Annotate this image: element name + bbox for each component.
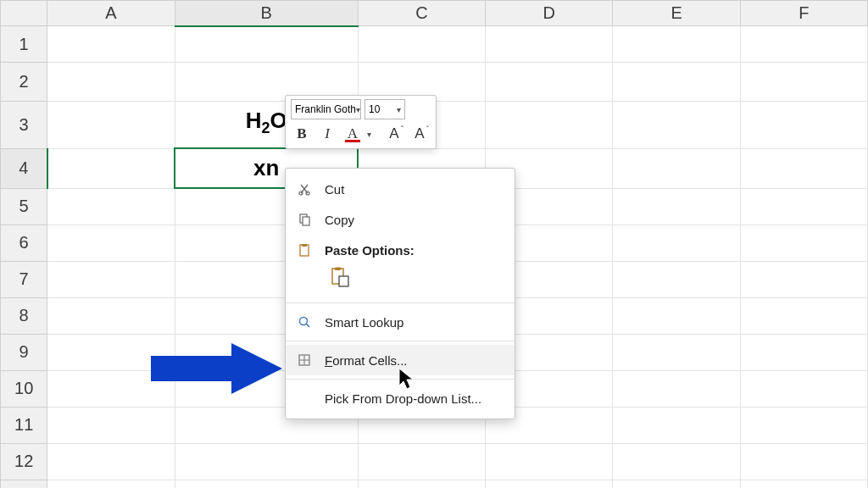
cell-E10[interactable] xyxy=(613,370,740,407)
copy-icon xyxy=(296,211,313,228)
menu-smart-lookup[interactable]: Smart Lookup xyxy=(286,307,515,337)
col-header-D[interactable]: D xyxy=(486,1,613,26)
cell-B12[interactable] xyxy=(175,443,358,480)
cell-D2[interactable] xyxy=(486,63,613,102)
cell-A4[interactable] xyxy=(47,148,175,188)
cell-A5[interactable] xyxy=(47,188,175,225)
context-menu: Cut Copy Paste Options: Smart Lookup xyxy=(285,168,515,419)
cell-C13[interactable] xyxy=(358,480,485,488)
menu-pick-from-list[interactable]: Pick From Drop-down List... xyxy=(286,383,515,413)
cell-E1[interactable] xyxy=(613,26,740,63)
svg-rect-5 xyxy=(302,244,307,247)
font-color-button[interactable]: A xyxy=(342,123,364,145)
cell-A11[interactable] xyxy=(47,407,175,443)
row-header-13[interactable]: 13 xyxy=(1,480,47,488)
col-header-E[interactable]: E xyxy=(613,1,740,26)
cell-E5[interactable] xyxy=(613,188,740,225)
scissors-icon xyxy=(296,180,313,197)
shrink-font-button[interactable]: Aˇ xyxy=(409,123,431,145)
cell-E2[interactable] xyxy=(613,63,740,102)
cell-B1[interactable] xyxy=(175,26,358,63)
cell-E11[interactable] xyxy=(613,407,740,443)
menu-copy-label: Copy xyxy=(325,213,354,227)
grow-font-button[interactable]: Aˆ xyxy=(383,123,405,145)
cell-D1[interactable] xyxy=(486,26,613,63)
cell-E3[interactable] xyxy=(613,102,740,149)
row-header-12[interactable]: 12 xyxy=(1,443,47,480)
cell-B13[interactable] xyxy=(175,480,358,488)
row-header-6[interactable]: 6 xyxy=(1,225,47,261)
select-all-corner[interactable] xyxy=(1,1,47,26)
cell-D12[interactable] xyxy=(486,443,613,480)
row-header-2[interactable]: 2 xyxy=(1,63,47,102)
cell-A6[interactable] xyxy=(47,225,175,261)
cell-E4[interactable] xyxy=(613,148,740,188)
cell-F12[interactable] xyxy=(740,443,867,480)
row-header-8[interactable]: 8 xyxy=(1,297,47,334)
cell-F6[interactable] xyxy=(740,225,867,261)
bold-button[interactable]: B xyxy=(291,123,313,145)
italic-button[interactable]: I xyxy=(316,123,338,145)
row-header-1[interactable]: 1 xyxy=(1,26,47,63)
row-header-4[interactable]: 4 xyxy=(1,148,47,188)
cell-F2[interactable] xyxy=(740,63,867,102)
row-header-9[interactable]: 9 xyxy=(1,334,47,370)
cell-F4[interactable] xyxy=(740,148,867,188)
row-header-5[interactable]: 5 xyxy=(1,188,47,225)
menu-format-cells[interactable]: Format Cells... xyxy=(286,345,515,375)
cell-D13[interactable] xyxy=(486,480,613,488)
cell-D3[interactable] xyxy=(486,102,613,149)
cell-F13[interactable] xyxy=(740,480,867,488)
cell-E12[interactable] xyxy=(613,443,740,480)
row-header-11[interactable]: 11 xyxy=(1,407,47,443)
row-header-10[interactable]: 10 xyxy=(1,370,47,407)
cell-B3-base: H xyxy=(246,108,262,133)
menu-pick-from-list-label: Pick From Drop-down List... xyxy=(325,391,481,406)
font-name-value: Franklin Goth xyxy=(295,103,356,115)
chevron-down-icon[interactable]: ▾ xyxy=(367,130,371,139)
cell-A2[interactable] xyxy=(47,63,175,102)
svg-marker-14 xyxy=(151,343,282,394)
cell-A7[interactable] xyxy=(47,261,175,297)
cell-E6[interactable] xyxy=(613,225,740,261)
cell-F5[interactable] xyxy=(740,188,867,225)
col-header-C[interactable]: C xyxy=(358,1,485,26)
row-header-7[interactable]: 7 xyxy=(1,261,47,297)
cell-F11[interactable] xyxy=(740,407,867,443)
cell-F9[interactable] xyxy=(740,334,867,370)
cell-A8[interactable] xyxy=(47,297,175,334)
menu-copy[interactable]: Copy xyxy=(286,204,515,235)
col-header-F[interactable]: F xyxy=(740,1,867,26)
cell-C1[interactable] xyxy=(358,26,485,63)
cell-F1[interactable] xyxy=(740,26,867,63)
col-header-B[interactable]: B xyxy=(175,1,358,26)
cell-E9[interactable] xyxy=(613,334,740,370)
cell-F7[interactable] xyxy=(740,261,867,297)
cell-B4-value: xn xyxy=(253,155,279,180)
menu-cut[interactable]: Cut xyxy=(286,174,515,204)
font-size-value: 10 xyxy=(369,103,380,115)
cell-A3[interactable] xyxy=(47,102,175,149)
cell-F3[interactable] xyxy=(740,102,867,149)
font-name-combo[interactable]: Franklin Goth ▾ xyxy=(291,99,361,119)
paste-button[interactable] xyxy=(325,262,355,292)
svg-rect-7 xyxy=(335,268,341,271)
paste-options-row xyxy=(286,260,515,299)
col-header-A[interactable]: A xyxy=(47,1,175,26)
font-size-combo[interactable]: 10 ▾ xyxy=(364,99,405,119)
cell-E8[interactable] xyxy=(613,297,740,334)
mini-toolbar: Franklin Goth ▾ 10 ▾ B I A ▾ Aˆ Aˇ xyxy=(285,95,437,149)
cell-A13[interactable] xyxy=(47,480,175,488)
cell-E13[interactable] xyxy=(613,480,740,488)
cell-E7[interactable] xyxy=(613,261,740,297)
chevron-down-icon: ▾ xyxy=(397,105,401,114)
paste-icon xyxy=(329,266,351,288)
cell-F8[interactable] xyxy=(740,297,867,334)
cell-A12[interactable] xyxy=(47,443,175,480)
cell-C12[interactable] xyxy=(358,443,485,480)
chevron-down-icon: ▾ xyxy=(356,105,360,114)
row-header-3[interactable]: 3 xyxy=(1,102,47,149)
cell-A1[interactable] xyxy=(47,26,175,63)
cell-F10[interactable] xyxy=(740,370,867,407)
menu-format-cells-label: Format Cells... xyxy=(325,353,408,368)
